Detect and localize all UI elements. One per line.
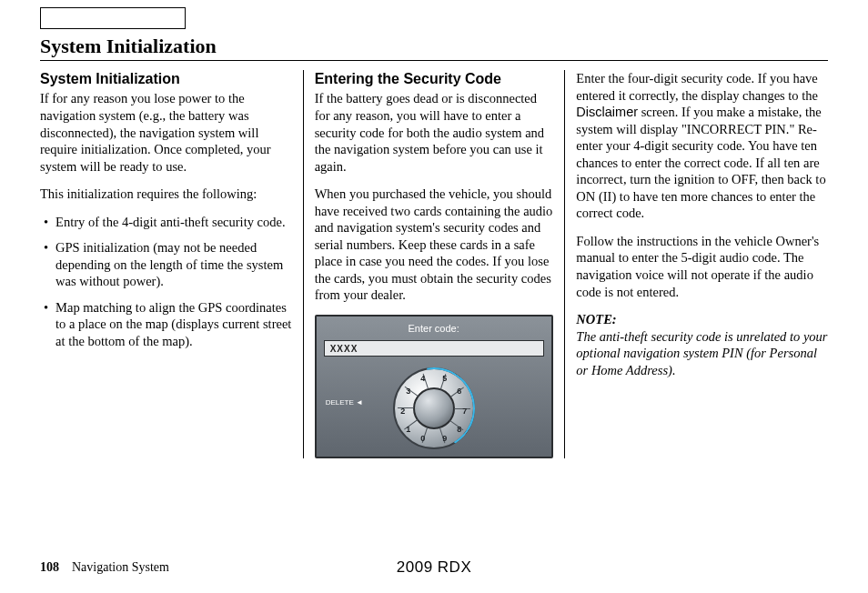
security-code-screen: Enter code: XXXX DELETE ◄	[315, 315, 553, 458]
col3-para-2: Follow the instructions in the vehicle O…	[576, 233, 828, 300]
dial-digit: 5	[442, 374, 447, 385]
footer-model-year: 2009 RDX	[397, 558, 471, 577]
note-label: NOTE:	[576, 312, 616, 327]
text-span: screen. If you make a mistake, the syste…	[576, 105, 825, 220]
column-2: Entering the Security Code If the batter…	[303, 70, 566, 458]
column-3: Enter the four-digit security code. If y…	[565, 70, 828, 458]
col2-para-1: If the battery goes dead or is disconnec…	[315, 90, 554, 175]
dial-digit: 6	[457, 387, 461, 397]
content-columns: System Initialization If for any reason …	[40, 70, 828, 458]
page-title: System Initialization	[40, 35, 828, 61]
main-content-box	[40, 7, 186, 29]
code-input-field: XXXX	[324, 340, 544, 357]
col1-para-2: This initialization requires the followi…	[40, 186, 292, 203]
col3-note: NOTE: The anti-theft security code is un…	[576, 311, 828, 378]
bullet-text: Entry of the 4-digit anti-theft security…	[56, 214, 285, 231]
dial-digit: 9	[442, 434, 447, 445]
col2-para-2: When you purchased the vehicle, you shou…	[315, 186, 554, 304]
page-number: 108	[40, 560, 59, 574]
delete-button-label: DELETE ◄	[326, 398, 363, 407]
col2-heading: Entering the Security Code	[315, 70, 554, 88]
column-1: System Initialization If for any reason …	[40, 70, 303, 458]
note-text: The anti-theft security code is unrelate…	[576, 329, 827, 377]
col3-para-1: Enter the four-digit security code. If y…	[576, 70, 828, 222]
footer-left: 108 Navigation System	[40, 560, 169, 574]
dial-digit: 1	[406, 425, 410, 436]
dial-knob	[413, 387, 455, 429]
dial-digit: 3	[406, 387, 410, 397]
col1-heading: System Initialization	[40, 70, 292, 88]
text-span: Enter the four-digit security code. If y…	[576, 71, 818, 103]
bullet-text: Map matching to align the GPS coordinate…	[56, 299, 292, 350]
dial-digit: 8	[457, 425, 461, 436]
col1-bullet-list: Entry of the 4-digit anti-theft security…	[40, 214, 292, 350]
number-dial: 4 5 6 7 8 9 0 1 2 3	[393, 367, 475, 449]
disclaimer-term: Disclaimer	[576, 105, 638, 119]
col1-para-1: If for any reason you lose power to the …	[40, 90, 292, 175]
page-footer: 108 Navigation System 2009 RDX	[40, 560, 828, 575]
bullet-text: GPS initialization (may not be needed de…	[56, 239, 292, 290]
footer-section-label: Navigation System	[72, 560, 169, 574]
list-item: Map matching to align the GPS coordinate…	[40, 299, 292, 350]
dial-digit: 7	[462, 407, 467, 417]
screen-title: Enter code:	[317, 317, 551, 335]
dial-digit: 0	[420, 434, 425, 445]
list-item: GPS initialization (may not be needed de…	[40, 239, 292, 290]
dial-digit: 2	[400, 407, 405, 417]
list-item: Entry of the 4-digit anti-theft security…	[40, 214, 292, 231]
dial-digit: 4	[420, 374, 425, 385]
